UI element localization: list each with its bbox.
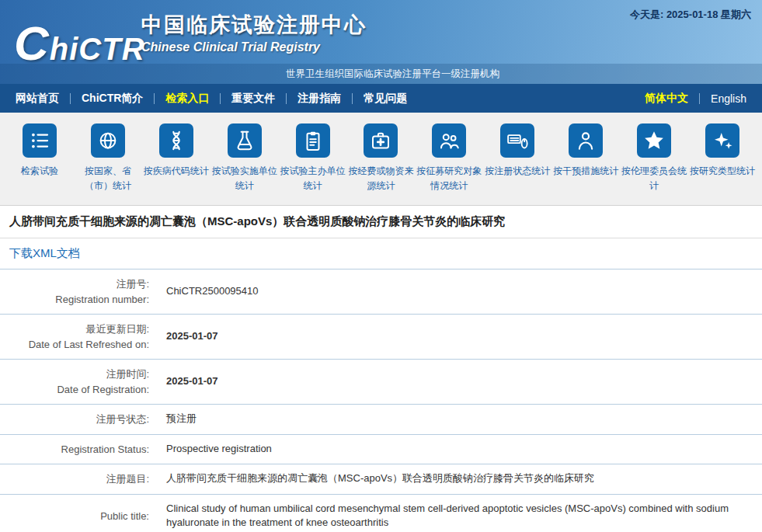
tool-label: 按注册状态统计	[485, 164, 550, 179]
nav-item-search[interactable]: 检索入口	[161, 92, 214, 106]
chictr-logo[interactable]: ChiCTR	[14, 16, 145, 71]
medical-kit-icon	[364, 123, 398, 158]
row-label-en: Registration Status:	[8, 442, 149, 457]
row-value: 2025-01-07	[157, 315, 762, 360]
tool-stats-by-country[interactable]: 按国家、省（市）统计	[75, 123, 141, 193]
current-date: 今天是: 2025-01-18 星期六	[630, 8, 751, 22]
numbered-list-icon	[23, 123, 57, 158]
tool-label: 按研究类型统计	[690, 164, 755, 179]
row-value: ChiCTR2500095410	[157, 269, 762, 315]
download-xml-link[interactable]: 下载XML文档	[9, 246, 80, 259]
nav-item-about[interactable]: ChiCTR简介	[77, 92, 148, 106]
row-value: Clinical study of human umbilical cord m…	[157, 494, 762, 532]
lang-english[interactable]: English	[706, 92, 751, 105]
lang-simplified-chinese[interactable]: 简体中文	[640, 92, 693, 106]
site-header: ChiCTR 中国临床试验注册中心 Chinese Clinical Trial…	[0, 0, 762, 84]
row-label-cn: 注册题目:	[8, 471, 149, 487]
dna-icon	[159, 123, 193, 158]
row-value: 2025-01-07	[157, 360, 762, 405]
stats-toolbar: 检索试验 按国家、省（市）统计 按疾病代码统计	[0, 113, 762, 206]
tool-stats-by-recruitment[interactable]: 按征募研究对象情况统计	[416, 123, 482, 193]
language-switcher: 简体中文 English	[640, 92, 751, 106]
detail-row-registration-number: 注册号: Registration number: ChiCTR25000954…	[0, 269, 762, 315]
detail-row-last-refreshed: 最近更新日期: Date of Last Refreshed on: 2025-…	[0, 315, 762, 360]
page-title: 人脐带间充质干细胞来源的凋亡囊泡（MSC-apoVs）联合透明质酸钠治疗膝骨关节…	[0, 206, 762, 238]
tool-stats-by-intervention[interactable]: 按干预措施统计	[552, 123, 619, 179]
site-title-cn: 中国临床试验注册中心	[141, 11, 367, 39]
nav-divider	[220, 93, 221, 104]
detail-row-date-of-registration: 注册时间: Date of Registration: 2025-01-07	[0, 360, 762, 405]
row-value: 预注册	[157, 405, 762, 435]
main-nav: 网站首页 ChiCTR简介 检索入口 重要文件 注册指南 常见问题 简体中文 E…	[0, 84, 762, 113]
nav-divider	[286, 93, 287, 104]
person-icon	[569, 123, 603, 158]
detail-row-registration-title: 注册题目: 人脐带间充质干细胞来源的凋亡囊泡（MSC-apoVs）联合透明质酸钠…	[0, 464, 762, 495]
row-label-en: Date of Registration:	[8, 382, 149, 398]
header-strip: 世界卫生组织国际临床试验注册平台一级注册机构	[0, 64, 762, 84]
clipboard-icon	[296, 123, 330, 158]
nav-item-guide[interactable]: 注册指南	[293, 92, 346, 106]
row-label-en: Registration number:	[8, 292, 149, 308]
nav-divider	[70, 93, 71, 104]
tool-label: 按征募研究对象情况统计	[416, 164, 482, 193]
sparkles-icon	[705, 123, 739, 158]
nav-divider	[352, 93, 353, 104]
tool-stats-by-study-type[interactable]: 按研究类型统计	[689, 123, 756, 179]
globe-icon	[91, 123, 125, 158]
nav-divider	[699, 93, 700, 104]
row-label-cn: 注册时间:	[8, 367, 149, 382]
row-label-en: Public title:	[8, 509, 149, 524]
keyboard-mouse-icon	[500, 123, 534, 158]
tool-stats-by-sponsor-unit[interactable]: 按试验主办单位统计	[280, 123, 346, 193]
row-value: 人脐带间充质干细胞来源的凋亡囊泡（MSC-apoVs）联合透明质酸钠治疗膝骨关节…	[157, 464, 762, 495]
detail-row-public-title: Public title: Clinical study of human um…	[0, 494, 762, 532]
tool-label: 按经费或物资来源统计	[347, 164, 414, 193]
tool-search-trials[interactable]: 检索试验	[6, 123, 73, 179]
flask-icon	[228, 123, 262, 158]
star-icon	[637, 123, 671, 158]
nav-item-home[interactable]: 网站首页	[11, 92, 64, 106]
tool-label: 按国家、省（市）统计	[75, 164, 141, 193]
nav-item-faq[interactable]: 常见问题	[359, 92, 412, 106]
row-label-en: Date of Last Refreshed on:	[8, 337, 149, 353]
row-label-cn: 注册号:	[8, 276, 149, 292]
tool-stats-by-registration-status[interactable]: 按注册状态统计	[484, 123, 551, 179]
detail-row-registration-status-en: Registration Status: Prospective registr…	[0, 434, 762, 464]
tool-label: 按干预措施统计	[553, 164, 618, 179]
site-tagline: 世界卫生组织国际临床试验注册平台一级注册机构	[286, 68, 499, 81]
tool-label: 按试验实施单位统计	[211, 164, 278, 193]
people-icon	[432, 123, 466, 158]
registration-details-table: 注册号: Registration number: ChiCTR25000954…	[0, 269, 762, 532]
row-value: Prospective registration	[157, 434, 762, 464]
nav-divider	[154, 93, 155, 104]
detail-row-registration-status-cn: 注册号状态: 预注册	[0, 405, 762, 435]
tool-label: 按伦理委员会统计	[621, 164, 687, 193]
tool-label: 按试验主办单位统计	[280, 164, 346, 193]
tool-stats-by-implementing-unit[interactable]: 按试验实施单位统计	[211, 123, 278, 193]
tool-label: 按疾病代码统计	[144, 164, 209, 179]
tool-stats-by-disease-code[interactable]: 按疾病代码统计	[143, 123, 210, 179]
site-titles: 中国临床试验注册中心 Chinese Clinical Trial Regist…	[141, 11, 367, 54]
tool-label: 检索试验	[21, 164, 58, 179]
tool-stats-by-ethics-committee[interactable]: 按伦理委员会统计	[621, 123, 687, 193]
xml-download-row: 下载XML文档	[0, 238, 762, 269]
row-label-cn: 注册号状态:	[8, 412, 149, 427]
nav-item-documents[interactable]: 重要文件	[227, 92, 280, 106]
row-label-cn: 最近更新日期:	[8, 322, 149, 337]
site-title-en: Chinese Clinical Trial Registry	[141, 40, 367, 54]
tool-stats-by-funding-source[interactable]: 按经费或物资来源统计	[347, 123, 414, 193]
